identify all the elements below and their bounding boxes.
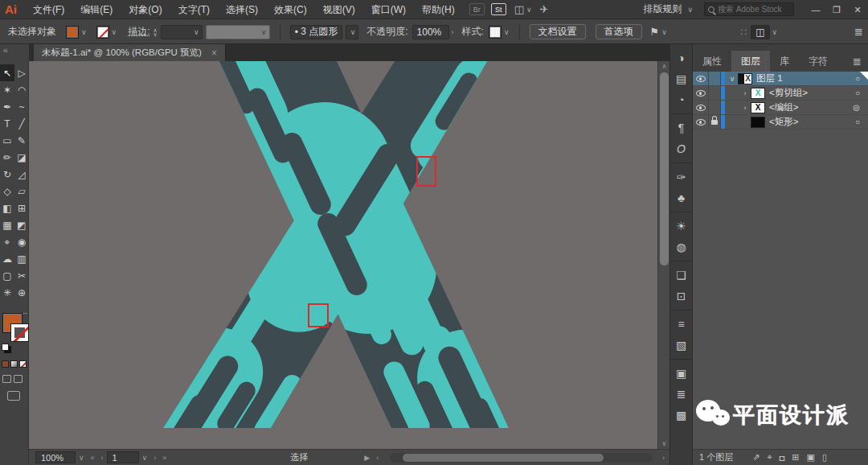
zoom-level-input[interactable]: 100% (35, 451, 76, 463)
make-clipping-mask-icon[interactable]: ◘ (780, 453, 785, 463)
dock-paragraph-icon[interactable]: ¶ (670, 117, 692, 138)
tab-properties[interactable]: 属性 (693, 51, 731, 72)
brush-definition-dropdown[interactable]: • 3 点圆形 (290, 25, 343, 39)
dock-align-icon[interactable]: ≣ (670, 384, 692, 405)
scroll-down-icon[interactable]: ∨ (658, 440, 670, 447)
last-artboard-icon[interactable]: » (162, 454, 166, 462)
menu-item-window[interactable]: 窗口(W) (363, 0, 414, 19)
line-segment-tool-icon[interactable]: ╱ (14, 115, 29, 132)
menu-item-effect[interactable]: 效果(C) (266, 0, 315, 19)
chevron-down-icon[interactable]: ∨ (687, 6, 693, 14)
layer-thumbnail[interactable] (751, 117, 765, 128)
menu-item-select[interactable]: 选择(S) (218, 0, 266, 19)
close-button[interactable]: ✕ (847, 1, 868, 19)
restore-button[interactable]: ❐ (826, 1, 847, 19)
scroll-right-icon[interactable]: › (662, 454, 665, 462)
tab-character[interactable]: 字符 (799, 51, 837, 72)
zoom-tool-icon[interactable]: ⊕ (14, 284, 29, 301)
fill-color-swatch[interactable] (66, 26, 79, 39)
paintbrush-tool-icon[interactable]: ✎ (14, 132, 29, 149)
chevron-down-icon[interactable]: ∨ (526, 6, 532, 14)
arrange-documents-icon[interactable]: ∷ (741, 27, 747, 38)
shaper-tool-icon[interactable]: ✏ (0, 149, 14, 166)
layer-thumbnail[interactable]: X (751, 88, 765, 99)
artboard-number-input[interactable]: 1 (107, 451, 139, 463)
chevron-down-icon[interactable]: ∨ (81, 28, 87, 36)
tab-close-icon[interactable]: × (211, 47, 217, 59)
eyedropper-tool-icon[interactable]: ⌖ (0, 233, 14, 250)
expand-chevron-icon[interactable]: › (739, 89, 751, 97)
pen-tool-icon[interactable]: ✒ (0, 98, 14, 115)
chevron-down-icon[interactable]: ∨ (112, 28, 117, 36)
first-artboard-icon[interactable]: « (91, 454, 95, 462)
dock-brushes-icon[interactable]: ✑ (670, 167, 692, 187)
scale-tool-icon[interactable]: ◿ (14, 166, 29, 183)
stroke-weight-label[interactable]: 描边: (128, 25, 149, 39)
default-fill-stroke-icon[interactable] (2, 344, 9, 351)
layer-name[interactable]: <矩形> (769, 116, 798, 128)
visibility-toggle[interactable] (693, 86, 709, 100)
visibility-toggle[interactable] (693, 101, 709, 114)
bridge-icon[interactable]: Br (469, 3, 485, 15)
document-setup-button[interactable]: 文档设置 (530, 24, 586, 39)
rectangle-tool-icon[interactable]: ▭ (0, 132, 14, 149)
lock-toggle[interactable] (709, 86, 721, 100)
draw-behind-button[interactable] (14, 375, 23, 383)
chevron-down-icon[interactable]: ∨ (661, 28, 667, 36)
chevron-down-icon[interactable]: ∨ (504, 28, 510, 36)
width-profile-dropdown[interactable]: ∨ (206, 25, 270, 39)
swap-fill-stroke-icon[interactable]: ↔ (22, 309, 28, 316)
visibility-toggle[interactable] (693, 72, 709, 85)
status-menu-icon[interactable]: ▶ (364, 454, 370, 462)
next-artboard-icon[interactable]: › (154, 454, 156, 462)
dock-appearance-icon[interactable]: ☀ (670, 216, 692, 237)
stock-icon[interactable]: St (491, 3, 506, 15)
blend-tool-icon[interactable]: ◉ (14, 233, 29, 250)
chevron-down-icon[interactable]: ∨ (772, 28, 778, 36)
horizontal-scrollbar[interactable] (390, 453, 653, 463)
chevron-right-icon[interactable]: › (452, 28, 454, 36)
column-graph-tool-icon[interactable]: ▥ (14, 250, 29, 267)
layer-thumbnail[interactable]: X (751, 102, 765, 113)
artboard-tool-icon[interactable]: ▢ (0, 267, 14, 284)
slice-tool-icon[interactable]: ✂ (14, 267, 29, 284)
selection-tool-icon[interactable]: ↖ (0, 64, 14, 81)
preferences-button[interactable]: 首选项 (596, 24, 642, 39)
search-input[interactable] (718, 5, 790, 14)
layer-row-clip-group[interactable]: › X <剪切组> ○ (693, 86, 868, 101)
dock-color-icon[interactable]: ◑ (670, 47, 692, 68)
bar-menu-icon[interactable]: ≣ (854, 26, 863, 38)
layout-switch-icon[interactable]: ◫ (514, 3, 524, 15)
tab-layers[interactable]: 图层 (731, 51, 770, 72)
layout-rules-dropdown[interactable]: 排版规则 (643, 2, 682, 16)
target-circle-icon[interactable]: ○ (855, 88, 860, 97)
collect-for-export-icon[interactable]: ⇗ (752, 452, 760, 463)
eraser-tool-icon[interactable]: ◪ (14, 149, 29, 166)
target-circle-icon[interactable]: ○ (855, 117, 860, 126)
chevron-down-icon[interactable]: ∨ (79, 454, 84, 462)
adobe-stock-search[interactable] (704, 2, 794, 16)
perspective-grid-tool-icon[interactable]: ⊞ (14, 200, 29, 216)
dock-stroke-icon[interactable]: ≡ (670, 314, 692, 335)
dock-artboards-icon[interactable]: ▣ (670, 363, 692, 384)
tab-libraries[interactable]: 库 (770, 51, 799, 72)
selection-options-icon[interactable]: ⚑ (650, 26, 660, 38)
layer-name[interactable]: <编组> (769, 101, 798, 113)
target-circle-icon[interactable]: ◎ (853, 103, 860, 112)
dock-opentype-icon[interactable]: O (670, 138, 692, 159)
dock-transparency-icon[interactable]: ◍ (670, 237, 692, 257)
gradient-mode-button[interactable] (10, 360, 18, 368)
hand-tool-icon[interactable]: ✳ (0, 284, 14, 301)
layer-thumbnail[interactable]: X (738, 73, 752, 84)
free-transform-tool-icon[interactable]: ▱ (14, 183, 29, 200)
chevron-down-icon[interactable]: ∨ (142, 454, 148, 462)
stroke-swatch[interactable] (10, 323, 29, 342)
dock-graphic-styles-icon[interactable]: ▩ (670, 405, 692, 426)
lock-toggle[interactable] (709, 115, 721, 129)
menu-item-file[interactable]: 文件(F) (25, 0, 72, 19)
canvas[interactable] (29, 61, 657, 449)
expand-chevron-icon[interactable]: ∨ (727, 75, 738, 83)
layer-row-group[interactable]: › X <编组> ◎ (693, 101, 868, 115)
brush-definition-chevron[interactable]: ∨ (346, 25, 358, 39)
symbol-sprayer-tool-icon[interactable]: ☁ (0, 250, 14, 267)
